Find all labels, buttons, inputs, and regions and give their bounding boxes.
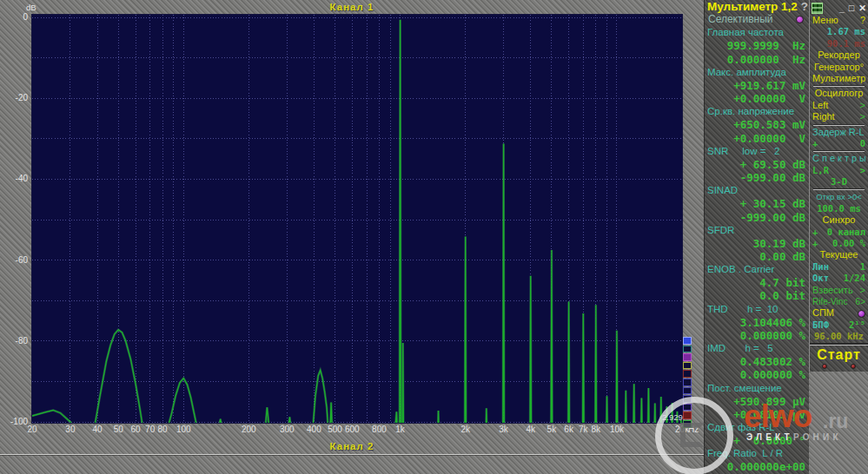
x-tick-4k: 4k — [526, 425, 535, 434]
measure-max-amplitude-l: +919.617 mV — [705, 79, 809, 92]
x-tick-400: 400 — [307, 425, 321, 434]
window-controls: _ □ ✕ — [810, 0, 868, 15]
menu-item-oct[interactable]: Окт1/24 — [812, 273, 865, 284]
x-tick-800: 800 — [372, 425, 387, 434]
menu-item-rife-vinc[interactable]: Rife-Vinc6> — [812, 296, 865, 307]
measure-max-amplitude: Макс. амплитуда — [705, 66, 809, 79]
x-tick-50: 50 — [114, 425, 123, 434]
close-icon[interactable]: ✕ — [858, 3, 866, 13]
measure-phase-shift-v: + 0.0000 ° — [705, 434, 809, 447]
menu-item-lin[interactable]: Лин1 — [812, 261, 865, 273]
menu-item-sync-channel[interactable]: +0 канал — [812, 227, 865, 238]
menu-item-weighting[interactable]: Взвесить> — [812, 285, 865, 296]
x-tick-2k: 2k — [461, 425, 470, 434]
menu-item-time-window[interactable]: 90.1 ms — [812, 38, 865, 49]
trace-swatch-1[interactable] — [683, 337, 692, 345]
separator — [813, 85, 865, 87]
menu-item-spectra-lr[interactable]: L,R> — [812, 165, 865, 176]
separator — [813, 188, 865, 190]
measure-dc-offset: Пост. смещение — [705, 382, 809, 395]
channel2-titlebar: Канал 2 — [0, 440, 704, 453]
measure-phase-shift: Сдвиг фаз R-L — [705, 421, 809, 434]
start-button[interactable]: Старт — [810, 346, 868, 364]
start-area: Старт — [810, 345, 868, 373]
measure-window-title[interactable]: Мультиметр 1,2 ? — [705, 0, 809, 13]
measure-max-amplitude-r: +0.00000 V — [705, 92, 809, 105]
x-tick-80: 80 — [158, 425, 168, 434]
x-tick-70: 70 — [145, 425, 155, 434]
measure-snr: SNR low = 2 — [705, 145, 809, 158]
y-tick--80: -80 — [3, 336, 28, 346]
x-tick-1k: 1k — [395, 425, 405, 434]
menu-item-oscillograph[interactable]: Осциллогр — [812, 88, 865, 99]
menu-item-right[interactable]: Right> — [812, 111, 865, 122]
measure-thd-l: 3.104406 % — [705, 316, 809, 329]
y-axis-unit: dB — [26, 3, 36, 12]
measure-main-frequency-r: 0.000000 Hz — [705, 53, 809, 66]
measure-dc-offset-l: +590.899 µV — [705, 395, 809, 408]
measure-thd: THD h = 10 — [705, 303, 809, 316]
trace-swatch-7[interactable] — [683, 387, 692, 395]
menu-item-generator[interactable]: Генератор° — [812, 62, 865, 73]
trace-swatch-6[interactable] — [683, 379, 692, 386]
measure-sinad-r: -999.00 dB — [705, 211, 809, 224]
x-tick-30: 30 — [65, 425, 75, 434]
measure-selective[interactable]: Селективный — [705, 13, 809, 26]
menu-item-delay-rl[interactable]: Задерж R-L — [812, 127, 865, 138]
menu-item-current[interactable]: Текущее — [812, 249, 865, 260]
maximize-icon[interactable]: □ — [849, 3, 854, 13]
x-tick-60: 60 — [130, 425, 140, 434]
channel1-titlebar: Канал 1 — [0, 1, 704, 14]
y-tick--60: -60 — [3, 255, 28, 266]
menu-item-left[interactable]: Left> — [812, 100, 865, 111]
trace-swatch-3[interactable] — [683, 353, 692, 361]
trace-swatch-2[interactable] — [683, 346, 692, 353]
separator — [813, 124, 865, 126]
menu-item-fft[interactable]: БПФ2¹⁵ — [812, 319, 865, 331]
measure-freq-ratio-v: 0.000000e+00 — [705, 460, 809, 473]
menu-item-window-length[interactable]: 100.0 ms — [812, 203, 865, 214]
menu-item-spectra[interactable]: Спектры — [812, 153, 865, 164]
help-icon[interactable]: ? — [798, 0, 808, 13]
menu-item-menu[interactable]: Меню? — [812, 15, 865, 26]
menu-item-sync[interactable]: Синхро — [812, 214, 865, 226]
app-window: Канал 1 dB 0-20-40-60-80-100 20304050607… — [0, 0, 868, 474]
measure-imd: IMD h = 5 — [705, 342, 809, 355]
menu-item-recorder[interactable]: Рекордер — [812, 49, 865, 61]
x-tick-600: 600 — [345, 425, 360, 434]
menu-item-spm[interactable]: СПМ — [812, 307, 865, 319]
measure-sfdr-l: 30.19 dB — [705, 237, 809, 250]
menu-item-open-input[interactable]: Откр вх >0< — [812, 191, 865, 202]
y-tick--40: -40 — [3, 174, 28, 184]
x-tick-20: 20 — [27, 425, 36, 434]
menu-item-sync-percent[interactable]: +0.00 % — [812, 238, 865, 249]
trace-color-swatches — [683, 337, 693, 429]
measure-rms-voltage-l: +650.583 mV — [705, 118, 809, 131]
measure-enob: ENOB . Carrier — [705, 263, 809, 276]
measure-dc-offset-r: +0.08101 µV — [705, 408, 809, 421]
x-tick-300: 300 — [280, 425, 295, 434]
menu-panel: _ □ ✕ Меню?1.67 ms90.1 msРекордерГенерат… — [809, 0, 868, 372]
x-tick-6k: 6k — [564, 425, 573, 434]
x-tick-7k: 7k — [579, 425, 588, 434]
app-icon — [812, 3, 823, 14]
trace-swatch-4[interactable] — [683, 362, 692, 370]
minimize-icon[interactable]: _ — [839, 3, 845, 13]
trace-swatch-5[interactable] — [683, 370, 692, 378]
trace-swatch-10[interactable] — [683, 411, 692, 419]
start-led-right-icon — [851, 364, 856, 369]
measure-imd-l: 0.483002 % — [705, 355, 809, 368]
trace-swatch-8[interactable] — [683, 395, 692, 403]
measure-sfdr: SFDR — [705, 224, 809, 237]
menu-item-time-total[interactable]: 1.67 ms — [812, 26, 865, 37]
trace-swatch-11[interactable] — [683, 420, 692, 428]
menu-item-sample-rate[interactable]: 96.00 kHz — [812, 331, 865, 342]
start-led-left-icon — [822, 364, 827, 369]
menu-item-multimeter[interactable]: Мультиметр — [812, 73, 865, 84]
measure-main-frequency: Главная частота — [705, 26, 809, 39]
y-tick--100: -100 — [3, 417, 28, 427]
menu-item-delay-value[interactable]: +0 — [812, 138, 865, 149]
menu-item-spectra-3d[interactable]: 3-D — [812, 176, 865, 188]
trace-swatch-9[interactable] — [683, 404, 692, 411]
measure-sfdr-r: 0.00 dB — [705, 250, 809, 263]
